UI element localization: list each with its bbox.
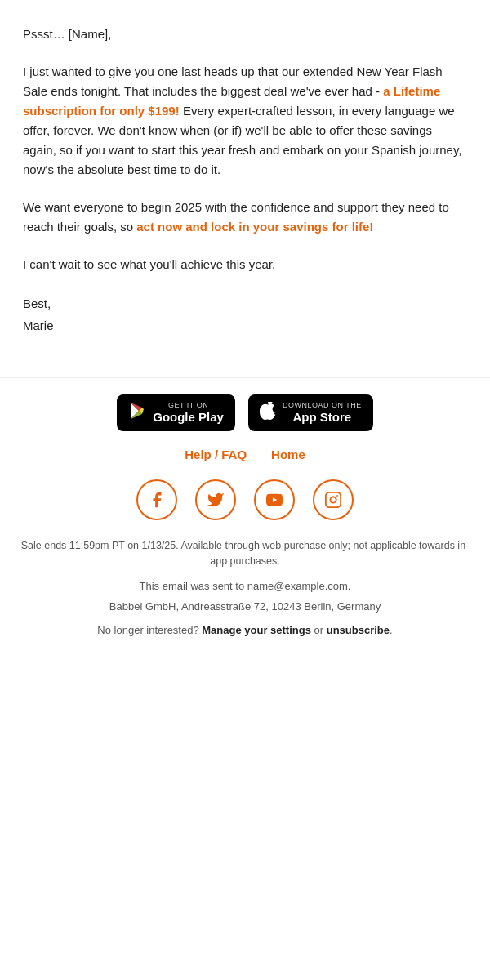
- youtube-link[interactable]: [254, 479, 295, 520]
- instagram-icon: [313, 479, 354, 520]
- google-play-main-label: Google Play: [153, 410, 224, 425]
- facebook-icon: [136, 479, 177, 520]
- signature-block: Best, Marie: [23, 292, 467, 336]
- app-store-sub-label: Download on the: [283, 401, 362, 410]
- sent-prefix: This email was sent to: [140, 580, 247, 592]
- twitter-icon: [195, 479, 236, 520]
- sent-suffix: .: [348, 580, 351, 592]
- unsub-prefix: No longer interested?: [97, 624, 202, 636]
- facebook-link[interactable]: [136, 479, 177, 520]
- closing: Best,: [23, 292, 467, 314]
- sender-name: Marie: [23, 314, 467, 336]
- paragraph1-before: I just wanted to give you one last heads…: [23, 65, 443, 98]
- greeting: Pssst… [Name],: [23, 24, 467, 44]
- home-link[interactable]: Home: [271, 448, 305, 461]
- paragraph2-highlight: act now and lock in your savings for lif…: [136, 220, 373, 234]
- twitter-link[interactable]: [195, 479, 236, 520]
- svg-rect-5: [326, 492, 341, 507]
- footer-legal-text: Sale ends 11:59pm PT on 1/13/25. Availab…: [0, 538, 490, 569]
- apple-icon: [260, 402, 276, 423]
- footer-company-text: Babbel GmbH, Andreasstraße 72, 10243 Ber…: [0, 600, 490, 612]
- paragraph-3: I can't wait to see what you'll achieve …: [23, 255, 467, 274]
- footer-sent-text: This email was sent to name@example.com.: [0, 580, 490, 592]
- instagram-link[interactable]: [313, 479, 354, 520]
- google-play-sub-label: GET IT ON: [153, 401, 224, 410]
- unsub-or: or: [311, 624, 327, 636]
- email-body: Pssst… [Name], I just wanted to give you…: [0, 0, 490, 353]
- email-footer: GET IT ON Google Play Download on the Ap…: [0, 377, 490, 636]
- manage-settings-link[interactable]: Manage your settings: [202, 624, 311, 636]
- google-play-button[interactable]: GET IT ON Google Play: [117, 394, 235, 431]
- google-play-icon: [128, 402, 146, 423]
- youtube-icon: [254, 479, 295, 520]
- app-store-text: Download on the App Store: [283, 401, 362, 425]
- paragraph-2: We want everyone to begin 2025 with the …: [23, 198, 467, 237]
- help-faq-link[interactable]: Help / FAQ: [185, 448, 247, 461]
- sent-email: name@example.com: [247, 580, 348, 592]
- footer-unsub-text: No longer interested? Manage your settin…: [0, 624, 490, 636]
- unsubscribe-link[interactable]: unsubscribe: [327, 624, 390, 636]
- paragraph-1: I just wanted to give you one last heads…: [23, 62, 467, 180]
- app-store-button[interactable]: Download on the App Store: [248, 394, 373, 431]
- social-icons-row: [0, 479, 490, 520]
- footer-links-row: Help / FAQ Home: [0, 448, 490, 461]
- app-buttons-row: GET IT ON Google Play Download on the Ap…: [0, 394, 490, 431]
- unsub-period: .: [390, 624, 393, 636]
- app-store-main-label: App Store: [283, 410, 362, 425]
- google-play-text: GET IT ON Google Play: [153, 401, 224, 425]
